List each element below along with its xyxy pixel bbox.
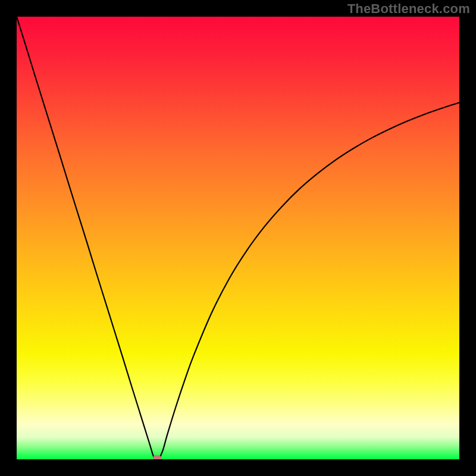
plot-area xyxy=(17,17,459,459)
chart-frame: TheBottleneck.com xyxy=(0,0,476,476)
bottleneck-curve xyxy=(17,17,459,459)
watermark-text: TheBottleneck.com xyxy=(347,1,470,17)
minimum-marker xyxy=(153,455,161,459)
